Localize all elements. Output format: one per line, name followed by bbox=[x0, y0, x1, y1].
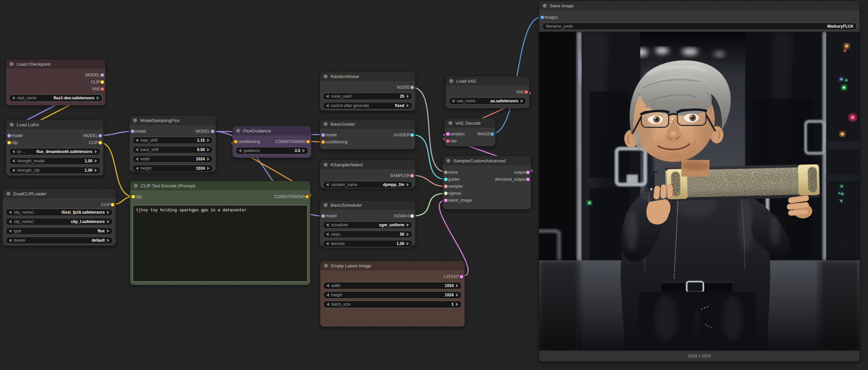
collapse-icon[interactable] bbox=[450, 79, 453, 83]
collapse-icon[interactable] bbox=[134, 184, 138, 188]
decrement-arrow-icon[interactable] bbox=[327, 303, 329, 306]
increment-arrow-icon[interactable] bbox=[521, 99, 523, 103]
sampler-name-widget[interactable]: sampler_namedpmpp_2m bbox=[323, 181, 412, 188]
sampler-input-port[interactable] bbox=[444, 184, 448, 188]
increment-arrow-icon[interactable] bbox=[107, 220, 110, 223]
decrement-arrow-icon[interactable] bbox=[9, 211, 11, 214]
base-shift-widget[interactable]: base_shift0.50 bbox=[132, 146, 213, 153]
node-basic-scheduler[interactable]: BasicScheduler modelSIGMAS schedulersgm_… bbox=[320, 200, 415, 246]
node-empty-latent-image[interactable]: Empty Latent Image LATENT width1024 heig… bbox=[320, 261, 465, 327]
model-input-port[interactable] bbox=[321, 214, 325, 218]
clip-output-port[interactable] bbox=[98, 141, 102, 144]
clip-output-port[interactable] bbox=[111, 203, 115, 206]
decrement-arrow-icon[interactable] bbox=[136, 148, 138, 152]
control-after-generate-widget[interactable]: control after generatefixed bbox=[323, 102, 412, 109]
clip-input-port[interactable] bbox=[7, 141, 11, 144]
increment-arrow-icon[interactable] bbox=[95, 169, 97, 172]
scheduler-widget[interactable]: schedulersgm_uniform bbox=[323, 221, 412, 229]
decrement-arrow-icon[interactable] bbox=[136, 157, 138, 161]
model-output-port[interactable] bbox=[100, 73, 104, 77]
clip-input-port[interactable] bbox=[131, 195, 135, 198]
increment-arrow-icon[interactable] bbox=[303, 149, 305, 152]
sigmas-output-port[interactable] bbox=[410, 214, 414, 218]
collapse-icon[interactable] bbox=[448, 121, 452, 125]
filename-prefix-widget[interactable]: filename_prefixMarkuryFLUX bbox=[542, 23, 857, 30]
conditioning-input-port[interactable] bbox=[321, 140, 325, 144]
node-header[interactable]: Load VAE bbox=[446, 76, 529, 86]
batch-size-widget[interactable]: batch_size1 bbox=[323, 301, 462, 308]
increment-arrow-icon[interactable] bbox=[97, 96, 99, 100]
node-random-noise[interactable]: RandomNoise NOISE noise_seed25 control a… bbox=[320, 72, 415, 111]
increment-arrow-icon[interactable] bbox=[407, 104, 409, 107]
steps-widget[interactable]: steps50 bbox=[323, 231, 412, 238]
decrement-arrow-icon[interactable] bbox=[9, 239, 11, 242]
node-save-image[interactable]: Save Image images filename_prefixMarkury… bbox=[539, 1, 860, 361]
increment-arrow-icon[interactable] bbox=[456, 293, 458, 297]
conditioning-output-port[interactable] bbox=[305, 195, 309, 198]
noise-seed-widget[interactable]: noise_seed25 bbox=[323, 93, 412, 100]
max-shift-widget[interactable]: max_shift1.15 bbox=[132, 137, 213, 144]
model-input-port[interactable] bbox=[131, 129, 134, 133]
decrement-arrow-icon[interactable] bbox=[12, 96, 15, 100]
image-output-port[interactable] bbox=[490, 132, 494, 136]
vae-name-widget[interactable]: vae_nameae.safetensors bbox=[449, 97, 526, 105]
collapse-icon[interactable] bbox=[323, 74, 328, 78]
vae-output-port[interactable] bbox=[100, 87, 104, 91]
ckpt-name-widget[interactable]: ckpt_nameflux1-dev.safetensors bbox=[9, 94, 102, 102]
increment-arrow-icon[interactable] bbox=[207, 167, 210, 170]
width-widget[interactable]: width1024 bbox=[323, 282, 462, 289]
output-port[interactable] bbox=[526, 170, 530, 174]
increment-arrow-icon[interactable] bbox=[207, 157, 210, 161]
decrement-arrow-icon[interactable] bbox=[9, 220, 11, 223]
model-output-port[interactable] bbox=[211, 129, 215, 133]
node-clip-text-encode[interactable]: CLIP Text Encode (Prompt) clipCONDITIONI… bbox=[130, 181, 310, 285]
model-input-port[interactable] bbox=[7, 134, 11, 137]
decrement-arrow-icon[interactable] bbox=[136, 139, 138, 142]
collapse-icon[interactable] bbox=[446, 159, 451, 163]
strength-model-widget[interactable]: strength_model1.00 bbox=[9, 157, 100, 165]
vae-input-port[interactable] bbox=[446, 139, 450, 143]
lora-name-widget[interactable]: lor ...flux_dreambooth.safetensors bbox=[9, 148, 100, 155]
decrement-arrow-icon[interactable] bbox=[326, 223, 329, 227]
node-header[interactable]: Load Checkpoint bbox=[6, 59, 105, 69]
node-basic-guider[interactable]: BasicGuider modelGUIDER conditioning bbox=[320, 119, 415, 149]
node-header[interactable]: DualCLIPLoader bbox=[3, 189, 116, 198]
node-load-lora[interactable]: Load LoRA modelMODEL clipCLIP lor ...flu… bbox=[6, 120, 103, 176]
increment-arrow-icon[interactable] bbox=[407, 242, 409, 245]
height-widget[interactable]: height1024 bbox=[323, 291, 462, 299]
node-header[interactable]: BasicScheduler bbox=[320, 200, 415, 210]
node-dual-clip-loader[interactable]: DualCLIPLoader CLIP clip_name1t5xxl_fp16… bbox=[3, 189, 116, 246]
increment-arrow-icon[interactable] bbox=[407, 223, 409, 227]
decrement-arrow-icon[interactable] bbox=[9, 229, 11, 233]
decrement-arrow-icon[interactable] bbox=[12, 159, 15, 163]
samples-input-port[interactable] bbox=[446, 132, 450, 136]
width-widget[interactable]: width1024 bbox=[132, 155, 213, 163]
sigmas-input-port[interactable] bbox=[444, 191, 448, 195]
model-output-port[interactable] bbox=[98, 134, 102, 137]
node-flux-guidance[interactable]: FluxGuidance conditioningCONDITIONING gu… bbox=[232, 126, 311, 158]
decrement-arrow-icon[interactable] bbox=[136, 167, 138, 170]
increment-arrow-icon[interactable] bbox=[407, 233, 409, 236]
increment-arrow-icon[interactable] bbox=[107, 211, 110, 214]
clip-name2-widget[interactable]: clip_name2clip_l.safetensors bbox=[6, 218, 113, 225]
node-header[interactable]: FluxGuidance bbox=[232, 126, 311, 135]
decrement-arrow-icon[interactable] bbox=[327, 293, 329, 297]
guider-input-port[interactable] bbox=[444, 177, 448, 181]
increment-arrow-icon[interactable] bbox=[95, 150, 97, 153]
increment-arrow-icon[interactable] bbox=[407, 183, 409, 186]
guider-output-port[interactable] bbox=[410, 133, 414, 137]
conditioning-output-port[interactable] bbox=[306, 140, 310, 143]
node-load-checkpoint[interactable]: Load Checkpoint MODEL CLIP VAE ckpt_name… bbox=[6, 59, 105, 105]
node-ksampler-select[interactable]: KSamplerSelect SAMPLER sampler_namedpmpp… bbox=[320, 160, 415, 188]
latent-image-input-port[interactable] bbox=[444, 198, 448, 202]
node-header[interactable]: RandomNoise bbox=[320, 72, 415, 81]
node-header[interactable]: Empty Latent Image bbox=[320, 261, 465, 270]
collapse-icon[interactable] bbox=[6, 192, 10, 196]
denoise-widget[interactable]: denoise1.00 bbox=[323, 240, 412, 247]
increment-arrow-icon[interactable] bbox=[456, 303, 458, 306]
collapse-icon[interactable] bbox=[10, 123, 14, 127]
type-widget[interactable]: typeflux bbox=[6, 227, 113, 235]
node-header[interactable]: SamplerCustomAdvanced bbox=[443, 156, 531, 165]
collapse-icon[interactable] bbox=[543, 4, 547, 8]
node-load-vae[interactable]: Load VAE VAE vae_nameae.safetensors bbox=[446, 76, 529, 108]
